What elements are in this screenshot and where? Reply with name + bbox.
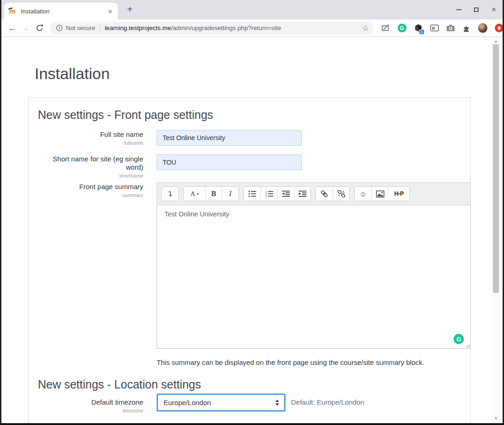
indent-icon (298, 190, 307, 197)
browser-update-icon[interactable] (494, 24, 504, 33)
scrollbar-down-icon[interactable]: ▼ (492, 416, 500, 420)
up-arrow-glyph (497, 25, 502, 31)
window-glyph (430, 25, 439, 31)
settings-form-box: New settings - Front page settings Full … (28, 97, 471, 423)
unordered-list-button[interactable] (244, 187, 261, 201)
page-title: Installation (35, 64, 503, 83)
address-bar[interactable]: Not secure learning.testprojects.me/admi… (50, 22, 374, 35)
select-updown-icon (275, 399, 279, 406)
avatar-photo (478, 23, 487, 33)
timezone-default-note: Default: Europe/London (291, 394, 364, 406)
toggle-toolbar-button[interactable] (162, 187, 178, 201)
url-domain: learning.testprojects.me (105, 25, 171, 31)
italic-button[interactable]: I (222, 187, 238, 201)
summary-label: Front page summary (38, 183, 143, 191)
ordered-list-button[interactable]: 1 2 3 (261, 187, 277, 201)
editor-group-collapse (161, 186, 179, 201)
timezone-label-col: Default timezone timezone (38, 394, 143, 413)
scrollbar-up-icon[interactable]: ▲ (492, 39, 500, 43)
shortname-label-col: Short name for site (eg single word) sho… (38, 154, 143, 179)
tab-strip: m Installation × + × (1, 0, 503, 19)
svg-text:3: 3 (265, 195, 267, 197)
window-controls: × (455, 2, 497, 18)
window-maximize-button[interactable] (473, 6, 480, 13)
url-path: /admin/upgradesettings.php?return=site (171, 25, 281, 31)
camera-extension-icon[interactable] (446, 24, 455, 33)
fullname-input[interactable] (157, 130, 302, 146)
timezone-setting-name: timezone (38, 408, 143, 413)
vertical-scrollbar[interactable]: ▲ ▼ (492, 37, 500, 423)
new-tab-button[interactable]: + (124, 4, 135, 15)
editor-toolbar: A ▾ B I (157, 182, 471, 205)
grammarly-extension-icon[interactable]: G (397, 24, 407, 33)
scrollbar-thumb[interactable] (493, 44, 499, 293)
back-button[interactable]: ← (6, 23, 19, 33)
tabs-extension-icon[interactable] (430, 24, 439, 33)
grammarly-letter: G (398, 24, 407, 32)
resize-handle[interactable] (465, 343, 470, 348)
section-heading-front-page: New settings - Front page settings (38, 108, 461, 122)
summary-description: This summary can be displayed on the fro… (157, 358, 461, 367)
moodle-favicon-icon: m (9, 7, 17, 15)
window-minimize-button[interactable] (455, 6, 462, 13)
form-row-summary: Front page summary summary (38, 182, 461, 349)
browser-tab-installation[interactable]: m Installation × (4, 3, 118, 19)
summary-label-col: Front page summary summary (38, 182, 143, 198)
grammarly-editor-badge[interactable]: G (454, 334, 464, 344)
tab-close-icon[interactable]: × (107, 7, 113, 15)
profile-avatar[interactable] (478, 24, 487, 33)
summary-control-col: A ▾ B I (157, 182, 471, 349)
bold-button[interactable]: B (205, 187, 222, 201)
editor-group-lists: 1 2 3 (243, 186, 311, 201)
link-icon (320, 190, 328, 197)
section-heading-location: New settings - Location settings (38, 377, 461, 391)
outdent-button[interactable] (277, 187, 294, 201)
minimize-icon (456, 9, 461, 10)
bookmark-star-icon[interactable]: ☆ (362, 23, 369, 33)
form-row-shortname: Short name for site (eg single word) sho… (38, 154, 461, 179)
extensions-puzzle-icon[interactable] (462, 24, 471, 33)
tab-title: Installation (21, 8, 107, 15)
outdent-icon (282, 190, 290, 197)
reload-icon (36, 24, 43, 32)
shortname-control-col (157, 154, 302, 170)
timezone-label: Default timezone (38, 398, 143, 407)
forward-button[interactable]: → (19, 23, 32, 33)
shortname-label: Short name for site (eg single word) (38, 155, 143, 172)
cube-badge-count: 1 (419, 29, 425, 35)
timezone-select[interactable]: Europe/London (157, 394, 285, 412)
image-button[interactable] (371, 187, 388, 201)
fullname-label-col: Full site name fullname (38, 130, 143, 146)
emoji-button[interactable]: ☺ (355, 187, 371, 201)
image-icon (376, 191, 384, 197)
atto-editor: A ▾ B I (157, 182, 471, 349)
cube-extension-icon[interactable]: 1 (413, 24, 423, 33)
maximize-icon (474, 7, 479, 12)
collapse-arrow-icon (167, 191, 174, 197)
unlink-button[interactable] (333, 187, 349, 201)
h5p-button[interactable]: H-P (388, 187, 409, 201)
smiley-icon: ☺ (359, 190, 366, 198)
omnibox-divider (100, 25, 100, 32)
form-row-timezone: Default timezone timezone Europe/London … (38, 394, 461, 413)
extensions-row: G 1 (381, 24, 504, 33)
reload-button[interactable] (33, 24, 46, 32)
font-style-button[interactable]: A ▾ (184, 187, 205, 201)
shortname-input[interactable] (157, 154, 302, 170)
timezone-control-col: Europe/London (157, 394, 285, 412)
info-icon[interactable] (56, 25, 63, 31)
editor-content-area[interactable]: Test Online University G (157, 205, 471, 349)
h5p-glyph: H-P (394, 191, 403, 197)
fullname-label: Full site name (38, 130, 143, 139)
chrome-logo-dot (432, 27, 435, 30)
note-edit-extension-icon[interactable] (381, 24, 390, 33)
indent-button[interactable] (294, 187, 310, 201)
link-button[interactable] (316, 187, 333, 201)
window-close-button[interactable]: × (491, 6, 497, 13)
browser-toolbar: ← → Not secure learning.testprojects.me/… (1, 19, 503, 37)
editor-text: Test Online University (164, 210, 463, 218)
url-text[interactable]: learning.testprojects.me/admin/upgradese… (105, 25, 281, 31)
editor-group-media: ☺ H-P (354, 186, 410, 201)
shortname-setting-name: shortname (38, 173, 143, 179)
editor-group-links (316, 186, 350, 201)
